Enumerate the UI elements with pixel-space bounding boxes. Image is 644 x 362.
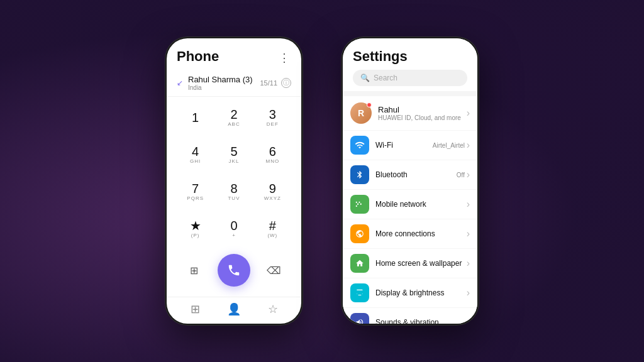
dial-key-hash[interactable]: # (W) <box>254 211 291 246</box>
bluetooth-content: Bluetooth <box>375 170 457 179</box>
profile-sub: HUAWEI ID, Cloud, and more <box>378 114 461 121</box>
backspace-button[interactable]: ⌫ <box>262 259 285 282</box>
wifi-value: Airtel_Airtel <box>433 142 465 149</box>
sound-name: Sounds & vibration <box>375 318 470 324</box>
dialer-actions: ⊞ ⌫ <box>167 249 301 297</box>
dialpad: 1 2 ABC 3 DEF 4 GHI <box>167 97 301 249</box>
connections-content: More connections <box>375 229 470 238</box>
home-icon <box>350 254 369 273</box>
menu-dots-icon[interactable]: ⋮ <box>279 51 291 65</box>
recent-call-item[interactable]: ↙ Rahul Sharma (3) India 15/11 ⓘ <box>167 70 301 97</box>
call-button[interactable] <box>218 254 250 287</box>
mobile-content: Mobile network <box>375 200 470 209</box>
settings-item-home[interactable]: Home screen & wallpaper <box>343 249 477 278</box>
settings-item-connections[interactable]: More connections <box>343 219 477 248</box>
keypad-nav-icon[interactable]: ⊞ <box>191 302 200 316</box>
bluetooth-icon <box>350 165 369 184</box>
favorites-nav-icon[interactable]: ☆ <box>268 302 278 316</box>
profile-info: Rahul HUAWEI ID, Cloud, and more <box>378 105 461 121</box>
dialer-screen: Phone ⋮ ↙ Rahul Sharma (3) India 15/11 ⓘ <box>167 38 301 324</box>
info-button[interactable]: ⓘ <box>281 78 291 88</box>
avatar: R <box>350 102 372 124</box>
call-meta: 15/11 ⓘ <box>260 78 291 88</box>
wifi-content: Wi-Fi <box>375 141 433 150</box>
settings-item-wifi[interactable]: Wi-Fi Airtel_Airtel <box>343 131 477 160</box>
wifi-icon <box>350 136 369 155</box>
dial-key-5[interactable]: 5 JKL <box>215 136 252 172</box>
settings-item-bluetooth[interactable]: Bluetooth Off <box>343 160 477 189</box>
connections-name: More connections <box>375 229 470 238</box>
notification-dot <box>367 102 372 107</box>
dial-key-1[interactable]: 1 <box>177 99 214 135</box>
search-icon: 🔍 <box>360 74 370 82</box>
settings-item-sound[interactable]: Sounds & vibration <box>343 308 477 324</box>
phones-container: Phone ⋮ ↙ Rahul Sharma (3) India 15/11 ⓘ <box>165 36 479 326</box>
dial-key-7[interactable]: 7 PQRS <box>177 173 214 209</box>
dialer-header: Phone ⋮ <box>167 38 301 70</box>
settings-screen: Settings 🔍 Search R Rahul <box>343 38 477 324</box>
call-info: Rahul Sharma (3) India <box>188 75 260 91</box>
settings-list: R Rahul HUAWEI ID, Cloud, and more <box>343 91 477 324</box>
missed-call-icon: ↙ <box>177 79 183 87</box>
mobile-icon <box>350 195 369 214</box>
dial-key-6[interactable]: 6 MNO <box>254 136 291 172</box>
settings-header: Settings 🔍 Search <box>343 38 477 91</box>
mobile-name: Mobile network <box>375 200 470 209</box>
caller-name: Rahul Sharma (3) <box>188 75 260 84</box>
display-icon <box>350 283 369 302</box>
caller-country: India <box>188 84 260 91</box>
settings-item-display[interactable]: Display & brightness <box>343 278 477 307</box>
keypad-toggle-button[interactable]: ⊞ <box>183 259 206 282</box>
sound-icon <box>350 313 369 324</box>
contacts-nav-icon[interactable]: 👤 <box>227 302 241 316</box>
dial-key-star[interactable]: ★ (P) <box>177 211 214 246</box>
search-bar[interactable]: 🔍 Search <box>353 70 467 86</box>
connections-icon <box>350 224 369 243</box>
sound-content: Sounds & vibration <box>375 318 470 324</box>
search-placeholder: Search <box>374 74 397 82</box>
call-count: 15/11 <box>260 79 277 87</box>
phone-dialer: Phone ⋮ ↙ Rahul Sharma (3) India 15/11 ⓘ <box>165 36 303 326</box>
home-name: Home screen & wallpaper <box>375 259 470 268</box>
dialer-nav: ⊞ 👤 ☆ <box>167 297 301 324</box>
settings-item-mobile[interactable]: Mobile network <box>343 190 477 219</box>
bluetooth-value: Off <box>457 172 465 178</box>
bluetooth-name: Bluetooth <box>375 170 457 179</box>
home-content: Home screen & wallpaper <box>375 259 470 268</box>
dial-key-0[interactable]: 0 + <box>215 211 252 246</box>
phone-settings: Settings 🔍 Search R Rahul <box>341 36 479 326</box>
dial-key-3[interactable]: 3 DEF <box>254 99 291 135</box>
dial-key-9[interactable]: 9 WXYZ <box>254 173 291 209</box>
dialer-title: Phone <box>177 48 219 65</box>
dial-key-8[interactable]: 8 TUV <box>215 173 252 209</box>
settings-title: Settings <box>353 48 467 65</box>
wifi-name: Wi-Fi <box>375 141 433 150</box>
profile-item[interactable]: R Rahul HUAWEI ID, Cloud, and more <box>343 96 477 130</box>
dial-key-4[interactable]: 4 GHI <box>177 136 214 172</box>
display-content: Display & brightness <box>375 288 470 297</box>
dial-key-2[interactable]: 2 ABC <box>215 99 252 135</box>
display-name: Display & brightness <box>375 288 470 297</box>
profile-name: Rahul <box>378 105 461 114</box>
